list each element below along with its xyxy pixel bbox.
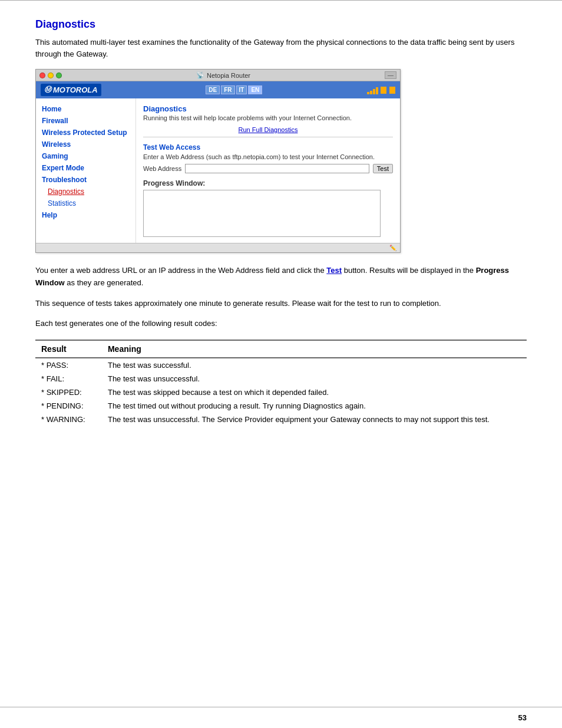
result-code-cell: * FAIL: bbox=[35, 372, 102, 386]
para1-text2: button. Results will be displayed in the bbox=[342, 266, 476, 275]
sidebar-item-gaming[interactable]: Gaming bbox=[42, 150, 130, 162]
motorola-logo: Ⓜ MOTOROLA bbox=[41, 84, 101, 96]
lang-btn-de[interactable]: DE bbox=[206, 85, 220, 94]
sidebar-item-help[interactable]: Help bbox=[42, 209, 130, 221]
language-buttons: DE FR IT EN bbox=[206, 85, 262, 94]
body-para-3: Each test generates one of the following… bbox=[35, 318, 527, 330]
lang-btn-en[interactable]: EN bbox=[248, 85, 262, 94]
progress-window bbox=[143, 190, 381, 237]
page-title: Diagnostics bbox=[35, 18, 527, 31]
meaning-cell: The test was successful. bbox=[102, 358, 527, 372]
lang-btn-fr[interactable]: FR bbox=[221, 85, 234, 94]
router-sidebar: Home Firewall Wireless Protected Setup W… bbox=[36, 98, 136, 243]
icon-bar-1 bbox=[381, 87, 386, 94]
test-web-access-title: Test Web Access bbox=[143, 143, 393, 151]
sidebar-item-firewall[interactable]: Firewall bbox=[42, 115, 130, 127]
router-resize-btn[interactable]: — bbox=[385, 71, 396, 79]
page-number: 53 bbox=[518, 713, 527, 722]
sidebar-item-wps[interactable]: Wireless Protected Setup bbox=[42, 127, 130, 139]
test-link-reference[interactable]: Test bbox=[326, 266, 342, 275]
para1-text1: You enter a web address URL or an IP add… bbox=[35, 266, 326, 275]
web-address-input[interactable] bbox=[185, 164, 369, 173]
router-toolbar: Ⓜ MOTOROLA DE FR IT EN bbox=[36, 81, 400, 98]
diagnostics-section-desc: Running this test will help locate probl… bbox=[143, 114, 393, 121]
motorola-m-icon: Ⓜ bbox=[44, 85, 51, 95]
signal-bars bbox=[367, 86, 378, 94]
meaning-cell: The test was unsuccessful. bbox=[102, 372, 527, 386]
run-full-diagnostics-link[interactable]: Run Full Diagnostics bbox=[143, 126, 393, 137]
close-icon[interactable] bbox=[39, 73, 45, 78]
body-para-2: This sequence of tests takes approximate… bbox=[35, 298, 527, 310]
signal-bar-3 bbox=[373, 89, 375, 94]
signal-bar-4 bbox=[376, 87, 378, 94]
meaning-cell: The test was unsuccessful. The Service P… bbox=[102, 413, 527, 426]
router-ui: 📡 Netopia Router — Ⓜ MOTOROLA DE FR IT E… bbox=[35, 69, 401, 253]
sidebar-item-wireless[interactable]: Wireless bbox=[42, 139, 130, 150]
sidebar-item-diagnostics[interactable]: Diagnostics bbox=[42, 186, 130, 197]
result-code-cell: * PASS: bbox=[35, 358, 102, 372]
window-title-text: Netopia Router bbox=[207, 72, 250, 79]
table-row: * SKIPPED:The test was skipped because a… bbox=[35, 386, 527, 399]
status-icon: ✏️ bbox=[389, 245, 396, 251]
col-meaning-header: Meaning bbox=[102, 340, 527, 358]
body-para-1: You enter a web address URL or an IP add… bbox=[35, 265, 527, 289]
col-result-header: Result bbox=[35, 340, 102, 358]
progress-window-label: Progress Window: bbox=[143, 179, 393, 187]
maximize-icon[interactable] bbox=[56, 73, 62, 78]
signal-bar-1 bbox=[367, 92, 369, 94]
table-row: * WARNING:The test was unsuccessful. The… bbox=[35, 413, 527, 426]
icon-bars bbox=[381, 87, 395, 94]
test-web-access-desc: Enter a Web Address (such as tftp.netopi… bbox=[143, 153, 393, 160]
page-wrapper: Diagnostics This automated multi-layer t… bbox=[0, 0, 562, 728]
minimize-icon[interactable] bbox=[48, 73, 54, 78]
result-codes-table: Result Meaning * PASS:The test was succe… bbox=[35, 340, 527, 426]
content-area: Diagnostics This automated multi-layer t… bbox=[0, 1, 562, 707]
table-header-row: Result Meaning bbox=[35, 340, 527, 358]
web-address-label: Web Address bbox=[143, 165, 181, 172]
result-code-cell: * PENDING: bbox=[35, 399, 102, 413]
intro-text: This automated multi-layer test examines… bbox=[35, 37, 527, 60]
icon-bar-2 bbox=[389, 87, 395, 94]
result-code-cell: * WARNING: bbox=[35, 413, 102, 426]
signal-area bbox=[367, 86, 395, 94]
signal-bar-2 bbox=[370, 91, 372, 94]
traffic-lights bbox=[39, 73, 62, 78]
para1-text3: as they are generated. bbox=[65, 278, 144, 287]
netopia-icon: 📡 bbox=[196, 71, 204, 79]
meaning-cell: The test was skipped because a test on w… bbox=[102, 386, 527, 399]
result-code-cell: * SKIPPED: bbox=[35, 386, 102, 399]
sidebar-item-home[interactable]: Home bbox=[42, 103, 130, 115]
router-titlebar: 📡 Netopia Router — bbox=[36, 70, 400, 81]
sidebar-item-troubleshoot[interactable]: Troubleshoot bbox=[42, 174, 130, 186]
sidebar-item-expert-mode[interactable]: Expert Mode bbox=[42, 162, 130, 174]
router-statusbar: ✏️ bbox=[36, 243, 400, 252]
meaning-cell: The test timed out without producing a r… bbox=[102, 399, 527, 413]
sidebar-item-statistics[interactable]: Statistics bbox=[42, 197, 130, 209]
lang-btn-it[interactable]: IT bbox=[236, 85, 247, 94]
motorola-text: MOTOROLA bbox=[53, 85, 98, 94]
web-address-row: Web Address Test bbox=[143, 164, 393, 173]
table-row: * PASS:The test was successful. bbox=[35, 358, 527, 372]
router-window-title: 📡 Netopia Router bbox=[196, 71, 250, 79]
page-footer: 53 bbox=[0, 707, 562, 728]
table-row: * FAIL:The test was unsuccessful. bbox=[35, 372, 527, 386]
diagnostics-section-title: Diagnostics bbox=[143, 104, 393, 113]
router-body: Home Firewall Wireless Protected Setup W… bbox=[36, 98, 400, 243]
table-row: * PENDING:The test timed out without pro… bbox=[35, 399, 527, 413]
router-main-content: Diagnostics Running this test will help … bbox=[136, 98, 400, 243]
test-button[interactable]: Test bbox=[373, 164, 393, 173]
